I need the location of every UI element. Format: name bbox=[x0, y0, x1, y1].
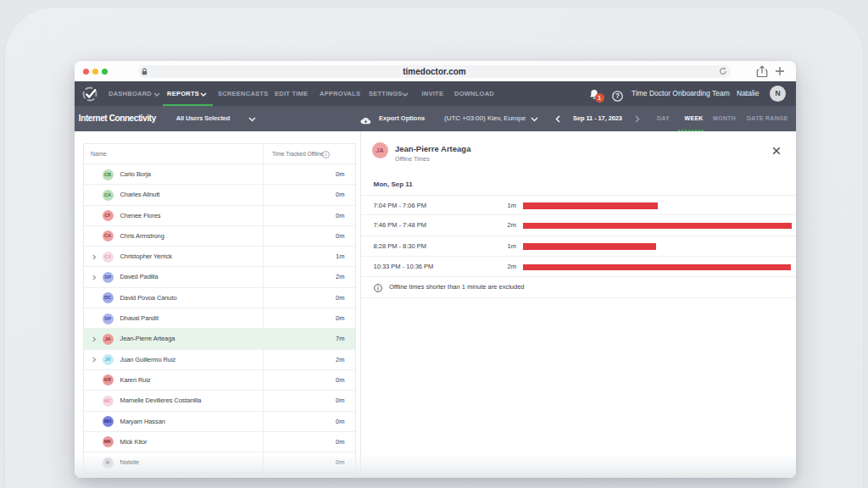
svg-text:?: ? bbox=[615, 92, 619, 100]
